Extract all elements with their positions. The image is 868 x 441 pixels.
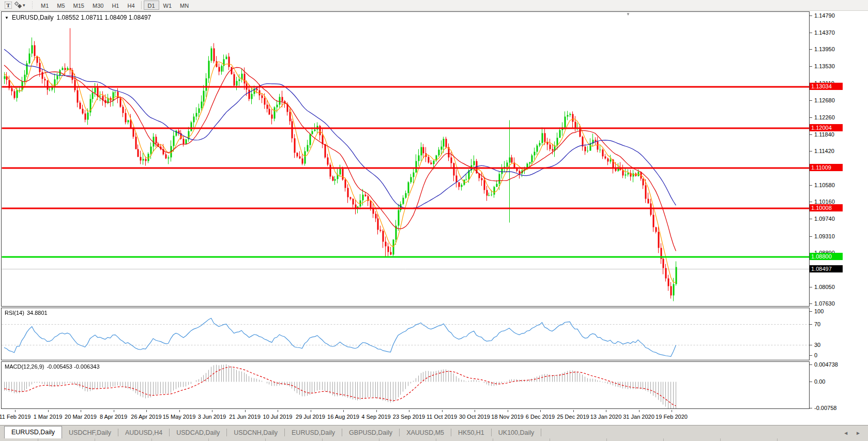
rsi-name: RSI(14) — [5, 310, 24, 316]
timeframe-group: M1M5M15M30H1H4D1W1MN — [37, 1, 193, 10]
price-tick-mark — [810, 66, 812, 67]
status-separator — [720, 438, 721, 441]
macd-tick-label: 0.00 — [814, 378, 825, 385]
arrows-icon — [14, 1, 23, 9]
timeframe-button-h1[interactable]: H1 — [108, 1, 123, 10]
price-tick-mark — [810, 236, 812, 237]
date-tick-mark — [606, 410, 606, 412]
status-separator — [322, 438, 323, 441]
date-tick-label: 1 Mar 2019 — [34, 414, 63, 420]
date-tick-mark — [81, 410, 81, 412]
date-tick-label: 8 Apr 2019 — [100, 414, 127, 420]
date-tick-label: 3 Jun 2019 — [198, 414, 226, 420]
rsi-chart-canvas[interactable] — [2, 308, 809, 360]
macd-tick-mark — [810, 408, 812, 408]
macd-label: MACD(12,26,9) -0.005453 -0.006343 — [5, 363, 100, 370]
timeframe-button-m15[interactable]: M15 — [69, 1, 88, 10]
macd-tick-mark — [810, 364, 812, 365]
timeframe-button-h4[interactable]: H4 — [123, 1, 139, 10]
macd-pane[interactable]: MACD(12,26,9) -0.005453 -0.006343 — [1, 361, 810, 409]
rsi-tick-label: 70 — [814, 321, 820, 327]
date-tick-mark — [508, 410, 508, 412]
price-tick-mark — [810, 202, 812, 202]
current-price-label: 1.08497 — [810, 265, 843, 272]
price-tick-mark — [810, 219, 812, 219]
date-axis[interactable]: 11 Feb 20191 Mar 201920 Mar 20198 Apr 20… — [1, 410, 810, 424]
price-axis[interactable]: 1.147901.143701.139501.135301.131101.126… — [810, 11, 868, 409]
macd-chart-canvas[interactable] — [2, 362, 809, 408]
text-tool-button[interactable]: T — [3, 1, 13, 10]
date-tick-mark — [245, 410, 246, 412]
price-tick-mark — [810, 49, 812, 50]
status-separator — [606, 438, 607, 441]
price-tick-label: 1.12260 — [814, 114, 835, 120]
status-separator — [265, 438, 266, 441]
main-chart-pane[interactable]: ▼ EURUSD,Daily 1.08552 1.08711 1.08409 1… — [1, 11, 810, 307]
date-tick-label: 31 Jan 2020 — [623, 414, 654, 420]
tab-gbpusd-daily[interactable]: GBPUSD,Daily — [342, 428, 399, 438]
rsi-tick-label: 0 — [814, 352, 817, 358]
timeframe-button-d1[interactable]: D1 — [144, 1, 159, 10]
date-tick-label: 15 May 2019 — [163, 414, 196, 420]
resistance-line-label: 1.13034 — [810, 83, 843, 90]
date-tick-mark — [639, 410, 639, 412]
arrows-tool-button[interactable]: ▾ — [14, 1, 28, 10]
tab-bar: EURUSD,DailyUSDCHF,DailyAUDUSD,H4USDCAD,… — [0, 425, 868, 438]
mt4-window: T ▾ M1M5M15M30H1H4D1W1MN ▼ EURUSD,Daily … — [0, 0, 868, 441]
resistance-line-label: 1.12004 — [810, 124, 843, 131]
date-tick-label: 25 Dec 2019 — [557, 414, 589, 420]
tab-uk100-daily[interactable]: UK100,Daily — [492, 428, 541, 438]
rsi-tick-mark — [810, 311, 812, 312]
timeframe-button-w1[interactable]: W1 — [159, 1, 176, 10]
timeframe-button-m5[interactable]: M5 — [53, 1, 69, 10]
date-tick-mark — [442, 410, 443, 412]
tab-usdchf-daily[interactable]: USDCHF,Daily — [62, 428, 118, 438]
date-tick-mark — [343, 410, 344, 412]
tab-scroll-right-icon[interactable]: ► — [856, 430, 861, 436]
rsi-pane[interactable]: RSI(14) 34.8801 — [1, 308, 810, 360]
tab-hk50-h1[interactable]: HK50,H1 — [451, 428, 491, 438]
tab-usdcad-daily[interactable]: USDCAD,Daily — [170, 428, 226, 438]
date-tick-mark — [540, 410, 541, 412]
price-tick-label: 1.08050 — [814, 284, 835, 290]
price-tick-mark — [810, 134, 812, 135]
timeframe-button-m1[interactable]: M1 — [37, 1, 53, 10]
tab-xauusd-m5[interactable]: XAUUSD,M5 — [400, 428, 451, 438]
date-tick-label: 11 Oct 2019 — [427, 414, 457, 420]
date-tick-label: 11 Feb 2019 — [0, 414, 31, 420]
price-tick-mark — [810, 151, 812, 151]
toolbar-grip[interactable] — [31, 2, 34, 9]
date-tick-label: 13 Jan 2020 — [590, 414, 622, 420]
date-tick-mark — [311, 410, 311, 412]
date-tick-mark — [278, 410, 278, 412]
macd-tick-label: -0.00758 — [814, 405, 836, 411]
date-tick-label: 4 Sep 2019 — [361, 414, 390, 420]
chart-shift-marker[interactable]: ▼ — [626, 12, 630, 17]
resistance-line-label: 1.11009 — [810, 164, 843, 171]
tab-eurusd-daily[interactable]: EURUSD,Daily — [4, 426, 62, 438]
resistance-line-label: 1.10008 — [810, 204, 843, 211]
date-tick-mark — [179, 410, 180, 412]
price-tick-label: 1.13530 — [814, 63, 835, 69]
status-separator — [777, 438, 778, 441]
status-separator — [663, 438, 664, 441]
tab-scroll-left-icon[interactable]: ◄ — [843, 430, 848, 436]
timeframe-button-mn[interactable]: MN — [176, 1, 193, 10]
tab-usdcnh-daily[interactable]: USDCNH,Daily — [227, 428, 284, 438]
date-tick-label: 23 Sep 2019 — [393, 414, 425, 420]
macd-tick-mark — [810, 382, 812, 382]
rsi-tick-mark — [810, 345, 812, 345]
date-tick-mark — [573, 410, 574, 412]
date-tick-mark — [48, 410, 49, 412]
rsi-tick-label: 100 — [814, 308, 824, 314]
candlestick-chart-canvas[interactable] — [2, 12, 809, 306]
price-tick-label: 1.09740 — [814, 216, 835, 222]
tab-scroll-buttons: ◄ ► — [843, 430, 861, 436]
tab-audusd-h4[interactable]: AUDUSD,H4 — [118, 428, 169, 438]
price-tick-label: 1.11840 — [814, 131, 834, 138]
support-line-label: 1.08800 — [810, 253, 843, 260]
timeframe-button-m30[interactable]: M30 — [88, 1, 108, 10]
date-tick-label: 18 Nov 2019 — [491, 414, 523, 420]
rsi-current-value: 34.8801 — [27, 310, 48, 316]
tab-eurusd-daily[interactable]: EURUSD,Daily — [285, 428, 342, 438]
